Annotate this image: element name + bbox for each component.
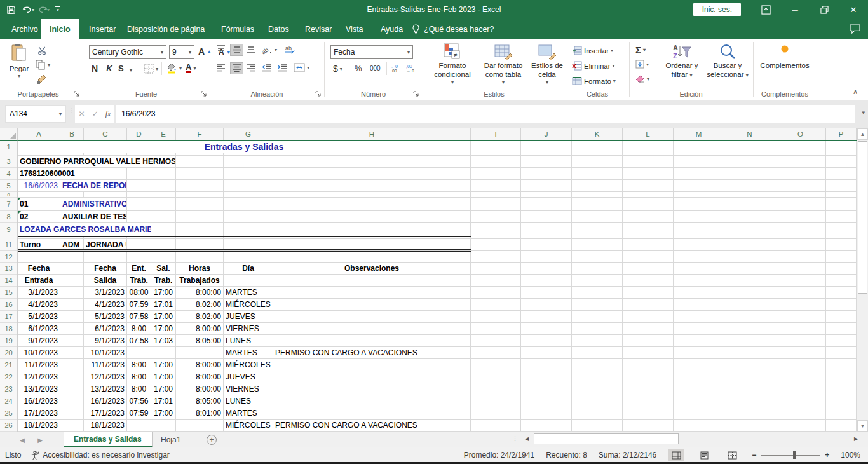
font-size-dropdown-icon[interactable]: ▾ bbox=[189, 50, 191, 55]
restore-button[interactable] bbox=[810, 0, 839, 19]
cell-D25[interactable]: 07:59 bbox=[127, 407, 151, 419]
align-right-button[interactable] bbox=[247, 64, 256, 72]
insert-cells-button[interactable]: Insertar▾ bbox=[572, 46, 613, 55]
insert-function-icon[interactable]: fx bbox=[105, 109, 111, 119]
row-header-22[interactable]: 22 bbox=[0, 371, 17, 383]
cell-G15[interactable]: MARTES bbox=[224, 287, 273, 298]
increase-decimal-button[interactable]: ←0,00 bbox=[390, 64, 403, 72]
cell-F21[interactable]: 8:00:00 bbox=[176, 359, 223, 371]
cell-C26[interactable]: 18/1/2023 bbox=[84, 420, 126, 431]
comma-style-button[interactable]: 000 bbox=[370, 65, 381, 72]
cell-D18[interactable]: 8:00 bbox=[127, 323, 151, 334]
font-name-dropdown-icon[interactable]: ▾ bbox=[161, 50, 163, 55]
currency-button[interactable]: $ ▾ bbox=[333, 64, 342, 74]
cell-G16[interactable]: MIÉRCOLES bbox=[224, 299, 273, 310]
minimize-button[interactable]: ─ bbox=[780, 0, 810, 19]
cell-G19[interactable]: LUNES bbox=[224, 335, 273, 346]
column-header-G[interactable]: G bbox=[224, 128, 273, 140]
cell-A24[interactable]: 16/1/2023 bbox=[18, 395, 60, 407]
align-bottom-button[interactable] bbox=[247, 45, 256, 53]
row-header-15[interactable]: 15 bbox=[0, 287, 17, 299]
cell-G21[interactable]: MIÉRCOLES bbox=[224, 359, 273, 371]
cell-D24[interactable]: 07:56 bbox=[127, 395, 151, 407]
cell-A22[interactable]: 12/1/2023 bbox=[18, 371, 60, 383]
align-center-button[interactable] bbox=[230, 62, 243, 74]
copy-button[interactable]: ▾ bbox=[36, 60, 50, 70]
cell-F25[interactable]: 8:01:00 bbox=[176, 407, 223, 419]
cell-A19[interactable]: 9/1/2023 bbox=[18, 335, 60, 346]
name-box-dropdown-icon[interactable]: ▾ bbox=[59, 111, 62, 117]
sheet-nav-left-icon[interactable]: ◀ bbox=[15, 432, 29, 447]
format-as-table-button[interactable]: Dar formato como tabla ▾ bbox=[478, 43, 529, 85]
cell-A7[interactable]: 01 bbox=[18, 198, 60, 210]
cell-C14[interactable]: Salida bbox=[84, 275, 126, 286]
cell-A3[interactable]: GOBIERNO PARROQUIAL VALLE HERMOSO bbox=[18, 156, 175, 167]
column-header-P[interactable]: P bbox=[826, 128, 857, 140]
cell-C23[interactable]: 13/1/2023 bbox=[84, 383, 126, 395]
cell-F22[interactable]: 8:00:00 bbox=[176, 371, 223, 383]
row-header-11[interactable]: 11 bbox=[0, 239, 17, 251]
wrap-text-button[interactable]: ab bbox=[285, 44, 295, 55]
row-header-1[interactable]: 1 bbox=[0, 141, 17, 153]
cell-H20[interactable]: PERMISO CON CARGO A VACACIONES bbox=[273, 347, 470, 358]
bold-button[interactable]: N bbox=[89, 64, 100, 74]
page-layout-view-icon[interactable] bbox=[696, 449, 712, 461]
cell-H13[interactable]: Observaciones bbox=[273, 263, 470, 274]
number-format-combo[interactable]: Fecha▾ bbox=[330, 45, 413, 59]
cell-A16[interactable]: 4/1/2023 bbox=[18, 299, 60, 310]
tab-datos[interactable]: Datos bbox=[259, 19, 298, 39]
font-name-combo[interactable]: Century Gothic▾ bbox=[89, 45, 166, 59]
zoom-out-icon[interactable]: − bbox=[752, 451, 756, 460]
column-header-D[interactable]: D bbox=[127, 128, 151, 140]
cell-F24[interactable]: 8:05:00 bbox=[176, 395, 223, 407]
column-header-L[interactable]: L bbox=[623, 128, 674, 140]
sign-in-button[interactable]: Inic. ses. bbox=[693, 3, 741, 16]
tab-formulas[interactable]: Fórmulas bbox=[212, 19, 263, 39]
row-header-9[interactable]: 9 bbox=[0, 223, 17, 236]
column-header-F[interactable]: F bbox=[176, 128, 224, 140]
cell-A8[interactable]: 02 bbox=[18, 211, 60, 222]
borders-button[interactable]: ▾ bbox=[144, 64, 158, 74]
row-header-23[interactable]: 23 bbox=[0, 383, 17, 395]
row-header-21[interactable]: 21 bbox=[0, 359, 17, 371]
tab-disposicion[interactable]: Disposición de página bbox=[118, 19, 214, 39]
row-header-6[interactable]: 6 bbox=[0, 192, 17, 198]
clipboard-dialog-launcher-icon[interactable] bbox=[74, 91, 81, 98]
row-header-13[interactable]: 13 bbox=[0, 263, 17, 275]
cell-E13[interactable]: Sal. bbox=[151, 263, 175, 274]
percent-button[interactable]: % bbox=[355, 64, 362, 73]
zoom-in-icon[interactable]: + bbox=[825, 451, 829, 460]
paste-button[interactable]: Pegar ▾ bbox=[5, 43, 33, 79]
column-header-O[interactable]: O bbox=[775, 128, 826, 140]
cell-E19[interactable]: 17:03 bbox=[151, 335, 175, 346]
tab-ayuda[interactable]: Ayuda bbox=[372, 19, 412, 39]
zoom-thumb[interactable] bbox=[793, 451, 796, 459]
cell-D13[interactable]: Ent. bbox=[127, 263, 151, 274]
row-header-19[interactable]: 19 bbox=[0, 335, 17, 347]
column-header-N[interactable]: N bbox=[724, 128, 775, 140]
font-dialog-launcher-icon[interactable] bbox=[201, 91, 208, 98]
row-header-16[interactable]: 16 bbox=[0, 299, 17, 311]
number-format-dropdown-icon[interactable]: ▾ bbox=[407, 50, 410, 55]
cell-H26[interactable]: PERMISO CON CARGO A VACACIONES bbox=[273, 420, 470, 431]
font-size-combo[interactable]: 9▾ bbox=[169, 45, 194, 59]
decrease-indent-button[interactable] bbox=[262, 64, 272, 72]
cell-C17[interactable]: 5/1/2023 bbox=[84, 311, 126, 322]
cell-D19[interactable]: 07:58 bbox=[127, 335, 151, 346]
scroll-right-icon[interactable]: ▶ bbox=[850, 433, 862, 444]
cell-F23[interactable]: 8:00:00 bbox=[176, 383, 223, 395]
cell-E18[interactable]: 17:00 bbox=[151, 323, 175, 334]
column-header-I[interactable]: I bbox=[471, 128, 521, 140]
row-header-18[interactable]: 18 bbox=[0, 323, 17, 335]
zoom-slider[interactable]: − + bbox=[752, 451, 829, 460]
cell-C25[interactable]: 17/1/2023 bbox=[84, 407, 126, 419]
cell-A23[interactable]: 13/1/2023 bbox=[18, 383, 60, 395]
cell-A14[interactable]: Entrada bbox=[18, 275, 60, 286]
underline-dropdown-icon[interactable]: ▾ bbox=[130, 67, 132, 73]
cell-G17[interactable]: JUEVES bbox=[224, 311, 273, 322]
clear-button[interactable]: ▾ bbox=[635, 75, 649, 83]
align-left-button[interactable] bbox=[216, 64, 226, 72]
cell-C19[interactable]: 9/1/2023 bbox=[84, 335, 126, 346]
column-header-J[interactable]: J bbox=[521, 128, 572, 140]
column-header-H[interactable]: H bbox=[273, 128, 471, 140]
